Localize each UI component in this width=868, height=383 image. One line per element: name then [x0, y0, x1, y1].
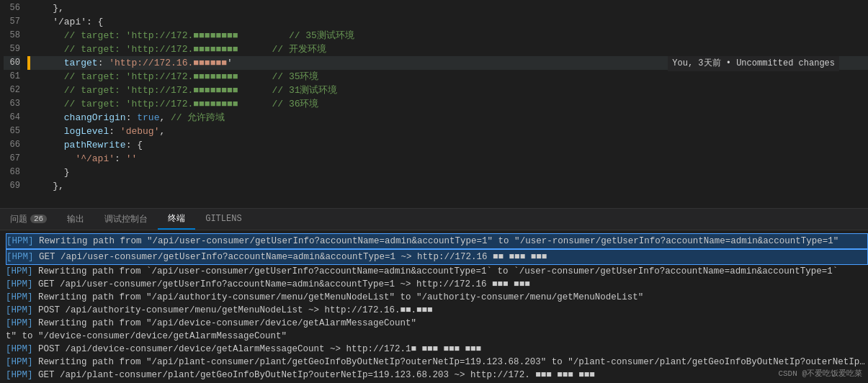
tab-label: 输出 — [67, 213, 84, 225]
tab-label: 终端 — [168, 212, 185, 225]
tab-label: GITLENS — [205, 214, 241, 224]
line-number: 60 — [4, 56, 20, 70]
hpm-prefix: [HPM] — [6, 344, 33, 354]
code-token: , — [159, 111, 171, 125]
code-token: : { — [126, 138, 143, 152]
code-token: // 开发环境 — [238, 42, 326, 56]
line-number: 68 — [4, 166, 20, 179]
hpm-prefix: [HPM] — [6, 292, 33, 302]
terminal-line: [HPM] Rewriting path from `/api/user-con… — [6, 265, 868, 278]
code-line: '/api': { — [27, 15, 868, 29]
hpm-prefix: [HPM] — [6, 370, 33, 380]
code-token: // target: 'http://172. — [30, 29, 193, 42]
terminal-text: GET /api/user-consumer/getUserInfo?accou… — [34, 252, 547, 262]
line-number: 64 — [4, 111, 20, 125]
line-number: 63 — [4, 97, 20, 111]
code-token: ■■■■■■■■ — [193, 70, 238, 84]
code-line: changOrigin: true, // 允许跨域 — [27, 111, 868, 125]
line-number: 69 — [4, 179, 20, 193]
code-line: // target: 'http://172.■■■■■■■■ // 36环境 — [27, 97, 868, 111]
terminal-text: GET /api/plant-consumer/plant/getGeoInfo… — [33, 370, 595, 380]
code-token: pathRewrite — [30, 138, 126, 152]
code-line: // target: 'http://172.■■■■■■■■ // 35测试环… — [27, 29, 868, 42]
code-token: true — [137, 111, 159, 125]
code-line: // target: 'http://172.■■■■■■■■ // 35环境 — [27, 70, 868, 84]
line-number: 56 — [4, 1, 20, 15]
code-token: // target: 'http://172. — [30, 42, 193, 56]
terminal-line: [HPM] POST /api/device-consumer/device/g… — [6, 343, 868, 356]
code-token: , — [159, 125, 165, 138]
panel-tab-问题[interactable]: 问题26 — [0, 209, 57, 230]
code-line: } — [27, 166, 868, 179]
terminal-line: [HPM] GET /api/user-consumer/getUserInfo… — [6, 249, 868, 265]
line-number: 67 — [4, 152, 20, 166]
line-number: 57 — [4, 15, 20, 29]
terminal-line: [HPM] Rewriting path from "/api/authorit… — [6, 291, 868, 304]
hpm-prefix: [HPM] — [6, 357, 33, 367]
line-number: 61 — [4, 70, 20, 84]
line-number: 66 — [4, 138, 20, 152]
csdn-watermark: CSDN @不爱吃饭爱吃菜 — [778, 368, 862, 379]
git-blame-tooltip: You, 3天前 • Uncommitted changes — [668, 56, 839, 71]
code-line: target: 'http://172.16.■■■■■■'You, 3天前 •… — [27, 56, 868, 70]
code-token: // 35测试环境 — [238, 29, 354, 42]
terminal-line: [HPM] Rewriting path from "/api/user-con… — [6, 233, 868, 249]
code-token: ■■■■■■■■ — [193, 42, 238, 56]
terminal-text: Rewriting path from "/api/plant-consumer… — [33, 357, 868, 367]
code-line: pathRewrite: { — [27, 138, 868, 152]
terminal-text: Rewriting path from "/api/device-consume… — [33, 318, 417, 328]
code-token: // target: 'http://172. — [30, 70, 193, 84]
panel-tab-调试控制台[interactable]: 调试控制台 — [94, 209, 158, 230]
code-line: // target: 'http://172.■■■■■■■■ // 开发环境 — [27, 42, 868, 56]
panel-tab-GITLENS[interactable]: GITLENS — [195, 209, 251, 230]
terminal-text: Rewriting path from "/api/authority-cons… — [33, 292, 644, 302]
panel-tab-输出[interactable]: 输出 — [57, 209, 94, 230]
hpm-prefix: [HPM] — [6, 236, 34, 246]
code-line: logLevel: 'debug', — [27, 125, 868, 138]
code-line: }, — [27, 179, 868, 193]
hpm-prefix: [HPM] — [6, 318, 33, 328]
hpm-prefix: [HPM] — [6, 305, 33, 315]
terminal-text: Rewriting path from "/api/user-consumer/… — [34, 236, 839, 246]
code-token: : — [109, 125, 120, 138]
code-token: changOrigin — [30, 111, 126, 125]
code-token: // 允许跨域 — [171, 111, 225, 125]
terminal-text: GET /api/user-consumer/getUserInfo?accou… — [33, 279, 530, 289]
code-token: ■■■■■■ — [193, 56, 227, 70]
code-token: ■■■■■■■■ — [193, 97, 238, 111]
code-token: '^/api' — [30, 152, 115, 166]
code-token: : — [98, 56, 109, 70]
code-token: // 31测试环境 — [238, 84, 338, 97]
code-token: ■■■■■■■■ — [193, 29, 238, 42]
terminal-text: POST /api/authority-consumer/menu/getMen… — [33, 305, 433, 315]
terminal-line: t" to "/device-consumer/device/getAlarmM… — [6, 330, 868, 343]
terminal-line: [HPM] POST /api/authority-consumer/menu/… — [6, 304, 868, 317]
terminal-line: [HPM] Rewriting path from "/api/device-c… — [6, 317, 868, 330]
code-token: // 36环境 — [238, 97, 319, 111]
code-line: }, — [27, 1, 868, 15]
code-token: '' — [126, 152, 138, 166]
terminal-line: [HPM] GET /api/user-consumer/getUserInfo… — [6, 278, 868, 291]
line-number: 59 — [4, 42, 20, 56]
code-token: }, — [30, 1, 64, 15]
code-line: // target: 'http://172.■■■■■■■■ // 31测试环… — [27, 84, 868, 97]
line-number: 65 — [4, 125, 20, 138]
code-token: target — [30, 56, 98, 70]
code-token: // target: 'http://172. — [30, 97, 193, 111]
hpm-prefix: [HPM] — [6, 252, 34, 262]
panel-tab-终端[interactable]: 终端 — [158, 209, 195, 230]
terminal-text: Rewriting path from `/api/user-consumer/… — [33, 266, 838, 276]
code-token: } — [30, 166, 70, 179]
code-line: '^/api': '' — [27, 152, 868, 166]
code-token: 'debug' — [120, 125, 160, 138]
line-number: 62 — [4, 84, 20, 97]
code-token: ' — [227, 56, 233, 70]
tab-badge: 26 — [30, 215, 47, 223]
line-numbers: 5657585960616263646566676869 — [0, 0, 27, 208]
code-token: : — [126, 111, 138, 125]
editor-area: 5657585960616263646566676869 }, '/api': … — [0, 0, 868, 209]
panel-tabs: 问题26输出调试控制台终端GITLENS — [0, 209, 868, 230]
line-number: 58 — [4, 29, 20, 42]
code-token: }, — [30, 179, 64, 193]
code-token: 'http://172.16. — [109, 56, 193, 70]
